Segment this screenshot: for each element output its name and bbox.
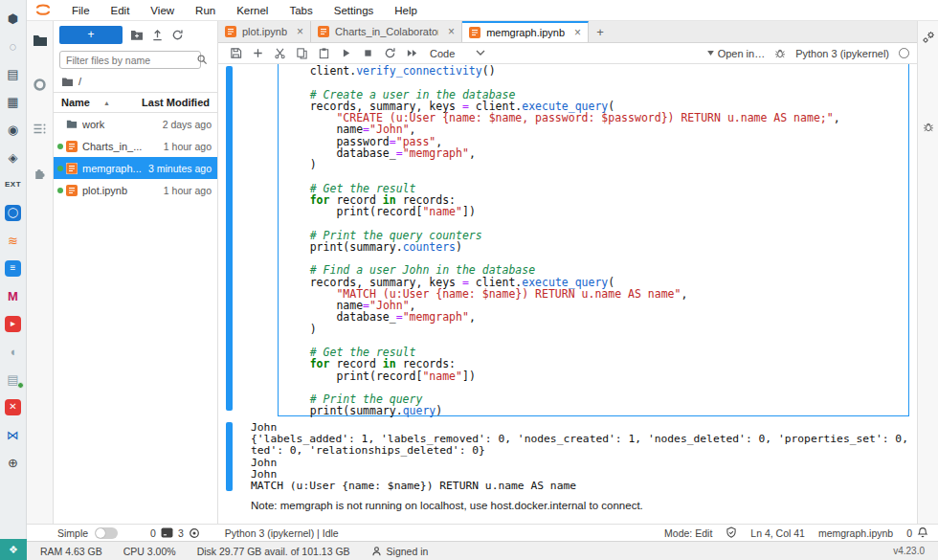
extension-manager-tab[interactable] (31, 163, 50, 182)
circle-app-icon-glyph: ◯ (5, 205, 21, 221)
caret-down-icon (707, 51, 714, 56)
sort-ascending-icon[interactable]: ▲ (103, 100, 110, 106)
network-app-icon[interactable]: ◌ (4, 37, 23, 55)
ram-usage: RAM 4.63 GB (40, 546, 102, 557)
cpu-usage: CPU 3.00% (123, 546, 176, 557)
menu-item-tabs[interactable]: Tabs (279, 5, 323, 16)
menu-bar: FileEditViewRunKernelTabsSettingsHelp (27, 0, 938, 21)
breadcrumb[interactable]: / (54, 69, 217, 92)
jupyter-app-icon[interactable]: ≋ (4, 232, 23, 249)
save-icon[interactable] (226, 45, 245, 62)
column-name-header[interactable]: Name (61, 97, 90, 108)
debugger-bug-icon[interactable] (774, 47, 786, 59)
tab-plot-ipynb[interactable]: plot.ipynb× (218, 21, 311, 42)
menu-item-help[interactable]: Help (384, 5, 428, 16)
cell-output: John{'labels_added': 1, 'labels_removed'… (251, 422, 917, 492)
cell-collapser[interactable] (226, 66, 233, 411)
breadcrumb-root[interactable]: / (78, 76, 81, 87)
cursor-position[interactable]: Ln 4, Col 41 (750, 527, 805, 539)
menu-item-edit[interactable]: Edit (100, 5, 141, 16)
paste-cells-icon[interactable] (314, 45, 333, 62)
menu-item-run[interactable]: Run (185, 5, 226, 16)
status-filename[interactable]: memgraph.ipynb (818, 527, 893, 539)
code-line: ) (283, 324, 840, 335)
notifications-count[interactable]: 0 (906, 527, 912, 539)
add-app-icon[interactable]: ⊕ (4, 454, 23, 471)
bell-icon[interactable] (917, 526, 928, 539)
cut-cells-icon[interactable] (270, 45, 289, 62)
column-modified-header[interactable]: Last Modified (142, 97, 210, 108)
file-row-charts-in-[interactable]: Charts_in_...1 hour ago (54, 135, 217, 157)
file-row-work[interactable]: work2 days ago (54, 113, 217, 135)
tab-close-icon[interactable]: × (297, 25, 303, 38)
learn-app-icon[interactable]: ◈ (4, 148, 23, 166)
code-line: database_="memgraph", (283, 147, 840, 159)
notebook-panel: plot.ipynb×Charts_in_Colaboratory.ipy×me… (218, 21, 917, 524)
code-editor[interactable]: client.verify_connectivity() # Create a … (283, 65, 840, 417)
code-line: database_="memgraph", (283, 311, 840, 323)
shield-app-icon[interactable]: ✕ (4, 398, 23, 415)
terminals-count[interactable]: 0 (150, 527, 156, 539)
run-cell-icon[interactable] (336, 45, 355, 62)
simple-mode-toggle[interactable] (95, 527, 118, 539)
kernel-name[interactable]: Python 3 (ipykernel) (795, 48, 889, 59)
restart-kernel-icon[interactable] (380, 45, 399, 62)
kernel-running-dot (57, 188, 63, 193)
filter-files-field[interactable] (59, 51, 212, 69)
ext-label: EXT (4, 176, 23, 193)
copy-cells-icon[interactable] (292, 45, 311, 62)
notes-app-icon[interactable]: ≡ (4, 259, 23, 277)
app-version: v4.23.0 (893, 546, 925, 556)
database-run-app-icon[interactable]: ▤ (4, 370, 23, 388)
filter-files-input[interactable] (59, 51, 201, 69)
tab-memgraph-ipynb[interactable]: memgraph.ipynb× (462, 21, 589, 42)
cell-type-dropdown[interactable]: Code (430, 48, 485, 59)
layers-app-icon[interactable]: ▦ (4, 93, 23, 110)
signed-in-label[interactable]: Signed in (387, 546, 429, 557)
orbit-app-icon[interactable]: ◉ (4, 121, 23, 138)
menu-item-file[interactable]: File (61, 5, 100, 16)
kernel-status-icon[interactable] (899, 48, 909, 58)
m-app-icon[interactable]: M (4, 287, 23, 304)
new-launcher-button[interactable]: + (59, 26, 123, 44)
workspace-app-icon[interactable]: ❖ (0, 539, 27, 560)
new-tab-button[interactable]: + (589, 21, 612, 42)
postgres-app-icon[interactable]: ◖ (4, 343, 23, 360)
output-collapser[interactable] (226, 422, 233, 491)
menu-item-settings[interactable]: Settings (324, 5, 385, 16)
video-app-icon[interactable]: ▸ (4, 315, 23, 332)
tab-charts-in-colaboratory-ipy[interactable]: Charts_in_Colaboratory.ipy× (311, 21, 462, 42)
file-row-memgraph-[interactable]: memgraph...3 minutes ago (54, 157, 217, 179)
search-icon (196, 54, 208, 65)
upload-files-button[interactable] (151, 29, 164, 41)
insert-cell-icon[interactable] (248, 45, 267, 62)
vscode-app-icon[interactable]: ⋈ (4, 426, 23, 443)
file-row-plot-ipynb[interactable]: plot.ipynb1 hour ago (54, 179, 217, 201)
open-in-dropdown[interactable]: Open in… (707, 48, 766, 59)
markdown-note-cell[interactable]: Note: memgraph is not running on localho… (251, 500, 643, 511)
code-line: print(summary.counters) (283, 241, 840, 253)
property-inspector-gears-icon[interactable] (922, 31, 935, 44)
inbox-app-icon[interactable]: ▤ (4, 65, 23, 82)
debugger-sidebar-bug-icon[interactable] (923, 121, 934, 133)
mode-indicator[interactable]: Mode: Edit (664, 527, 712, 539)
restart-run-all-icon[interactable] (402, 45, 421, 62)
tab-close-icon[interactable]: × (574, 26, 581, 39)
notebook-file-icon (469, 27, 480, 38)
refresh-file-list-button[interactable] (171, 29, 184, 41)
trust-shield-icon[interactable] (726, 526, 737, 539)
menu-item-kernel[interactable]: Kernel (226, 5, 279, 16)
menu-item-view[interactable]: View (140, 5, 185, 16)
interrupt-kernel-icon[interactable] (358, 45, 377, 62)
running-sessions-tab[interactable] (31, 75, 50, 94)
kernels-count[interactable]: 3 (178, 527, 184, 539)
cube-app-icon[interactable]: ⬢ (4, 10, 23, 27)
kernel-status-text[interactable]: Python 3 (ipykernel) | Idle (225, 527, 339, 539)
table-of-contents-tab[interactable] (31, 119, 50, 138)
file-browser-panel: + / (54, 21, 218, 524)
file-browser-tab[interactable] (31, 31, 50, 50)
code-line: print(summary.query) (283, 405, 840, 416)
new-folder-button[interactable] (130, 29, 144, 41)
circle-app-icon[interactable]: ◯ (4, 204, 23, 221)
tab-close-icon[interactable]: × (448, 25, 455, 38)
